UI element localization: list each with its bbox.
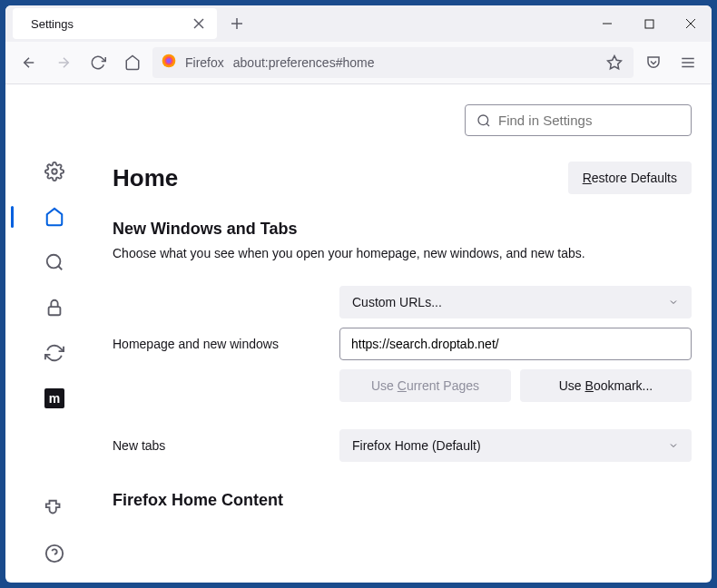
svg-line-20 [58,266,62,270]
section-title: New Windows and Tabs [113,220,692,239]
homepage-field-label: Homepage and new windows [113,337,339,351]
sidebar-item-privacy[interactable] [38,291,71,324]
toolbar: Firefox about:preferences#home [5,42,712,84]
main-content: Home RRestore Defaultsestore Defaults Ne… [103,84,712,583]
page-title: Home [113,164,178,192]
address-bar[interactable]: Firefox about:preferences#home [152,47,634,78]
pocket-icon[interactable] [639,48,668,77]
maximize-button[interactable] [628,5,670,42]
reload-button[interactable] [83,48,113,77]
titlebar: Settings [5,5,712,42]
new-tab-button[interactable] [222,9,251,38]
newtabs-label: New tabs [113,438,339,453]
home-button[interactable] [118,48,147,77]
sidebar: m [5,84,103,583]
close-icon[interactable] [192,16,206,31]
sidebar-item-extensions[interactable] [38,492,71,524]
chevron-down-icon [668,297,679,308]
section-desc: Choose what you see when you open your h… [113,246,692,260]
sidebar-item-home[interactable] [38,201,71,233]
extension-icon: m [44,388,64,408]
homepage-select[interactable]: Custom URLs... [339,286,692,318]
svg-point-19 [47,255,61,269]
firefox-icon [162,54,176,72]
search-icon [476,113,491,128]
address-url: about:preferences#home [233,55,595,70]
svg-marker-14 [608,56,622,69]
address-label: Firefox [185,55,224,70]
svg-point-13 [166,58,171,63]
svg-line-25 [486,123,489,126]
svg-rect-21 [49,307,61,315]
close-window-button[interactable] [670,5,712,42]
minimize-button[interactable] [586,5,628,42]
sidebar-item-search[interactable] [38,246,71,279]
sidebar-item-general[interactable] [38,155,71,188]
newtabs-select[interactable]: Firefox Home (Default) [339,429,692,462]
svg-rect-6 [645,20,653,28]
search-input[interactable] [498,113,680,128]
tab-settings[interactable]: Settings [13,8,217,39]
star-icon[interactable] [604,53,624,73]
forward-button[interactable] [49,48,78,77]
tab-title: Settings [31,17,184,31]
svg-point-18 [52,169,57,174]
sidebar-item-extension[interactable]: m [38,382,71,415]
newtabs-select-value: Firefox Home (Default) [352,438,481,453]
homepage-url-input[interactable] [339,328,692,360]
homepage-select-value: Custom URLs... [352,295,442,309]
back-button[interactable] [15,48,44,77]
chevron-down-icon [668,440,679,451]
restore-defaults-button[interactable]: RRestore Defaultsestore Defaults [568,162,692,194]
sidebar-item-help[interactable] [38,537,71,570]
svg-point-24 [478,115,488,125]
section2-title: Firefox Home Content [113,491,692,510]
sidebar-item-sync[interactable] [38,337,71,369]
use-bookmark-button[interactable]: Use Bookmark... [520,369,692,402]
settings-search[interactable] [465,104,692,136]
menu-button[interactable] [673,48,702,77]
use-current-pages-button[interactable]: Use Current Pages [339,369,511,402]
